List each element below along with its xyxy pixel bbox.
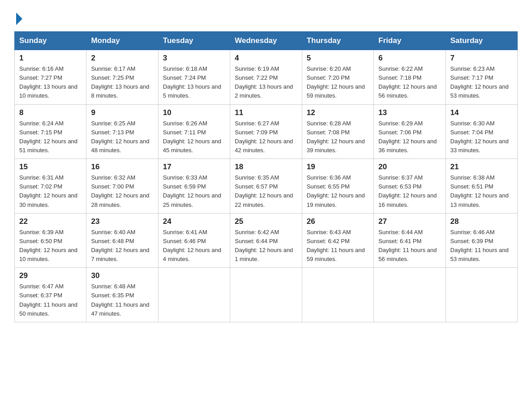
- day-info: Sunrise: 6:43 AMSunset: 6:42 PMDaylight:…: [307, 228, 369, 264]
- day-number: 19: [307, 163, 369, 171]
- day-info: Sunrise: 6:25 AMSunset: 7:13 PMDaylight:…: [91, 119, 153, 155]
- day-number: 16: [91, 163, 153, 171]
- day-number: 14: [450, 108, 513, 117]
- calendar-cell: 6Sunrise: 6:22 AMSunset: 7:18 PMDaylight…: [374, 50, 446, 105]
- day-info: Sunrise: 6:18 AMSunset: 7:24 PMDaylight:…: [163, 64, 225, 101]
- day-info: Sunrise: 6:24 AMSunset: 7:15 PMDaylight:…: [19, 119, 82, 155]
- day-info: Sunrise: 6:32 AMSunset: 7:00 PMDaylight:…: [91, 173, 153, 210]
- calendar-cell: 26Sunrise: 6:43 AMSunset: 6:42 PMDayligh…: [302, 213, 373, 268]
- calendar-cell: 30Sunrise: 6:48 AMSunset: 6:35 PMDayligh…: [86, 268, 158, 322]
- day-number: 29: [19, 271, 82, 280]
- col-header-friday: Friday: [374, 32, 446, 50]
- calendar-week-row: 8Sunrise: 6:24 AMSunset: 7:15 PMDaylight…: [15, 104, 518, 159]
- calendar-cell: 4Sunrise: 6:19 AMSunset: 7:22 PMDaylight…: [230, 50, 302, 105]
- day-info: Sunrise: 6:16 AMSunset: 7:27 PMDaylight:…: [19, 64, 82, 101]
- day-info: Sunrise: 6:33 AMSunset: 6:59 PMDaylight:…: [163, 173, 225, 210]
- col-header-sunday: Sunday: [15, 32, 86, 50]
- calendar-cell: 29Sunrise: 6:47 AMSunset: 6:37 PMDayligh…: [15, 268, 86, 322]
- day-number: 10: [163, 108, 225, 117]
- day-number: 20: [378, 163, 441, 171]
- calendar-cell: 5Sunrise: 6:20 AMSunset: 7:20 PMDaylight…: [302, 50, 373, 105]
- day-info: Sunrise: 6:37 AMSunset: 6:53 PMDaylight:…: [378, 173, 441, 210]
- day-info: Sunrise: 6:42 AMSunset: 6:44 PMDaylight:…: [235, 228, 297, 264]
- page-header: [14, 11, 518, 23]
- day-info: Sunrise: 6:38 AMSunset: 6:51 PMDaylight:…: [450, 173, 513, 210]
- day-number: 6: [378, 54, 441, 63]
- calendar-cell: 17Sunrise: 6:33 AMSunset: 6:59 PMDayligh…: [158, 159, 230, 214]
- day-number: 23: [91, 217, 153, 226]
- col-header-wednesday: Wednesday: [230, 32, 302, 50]
- day-info: Sunrise: 6:22 AMSunset: 7:18 PMDaylight:…: [378, 64, 441, 101]
- day-number: 18: [235, 163, 297, 171]
- day-number: 26: [307, 217, 369, 226]
- col-header-thursday: Thursday: [302, 32, 373, 50]
- col-header-tuesday: Tuesday: [158, 32, 230, 50]
- calendar-cell: 15Sunrise: 6:31 AMSunset: 7:02 PMDayligh…: [15, 159, 86, 214]
- day-info: Sunrise: 6:20 AMSunset: 7:20 PMDaylight:…: [307, 64, 369, 101]
- day-info: Sunrise: 6:17 AMSunset: 7:25 PMDaylight:…: [91, 64, 153, 101]
- day-info: Sunrise: 6:39 AMSunset: 6:50 PMDaylight:…: [19, 228, 82, 264]
- day-number: 22: [19, 217, 82, 226]
- day-number: 1: [19, 54, 82, 63]
- calendar-cell: 24Sunrise: 6:41 AMSunset: 6:46 PMDayligh…: [158, 213, 230, 268]
- day-number: 2: [91, 54, 153, 63]
- calendar-week-row: 15Sunrise: 6:31 AMSunset: 7:02 PMDayligh…: [15, 159, 518, 214]
- day-number: 24: [163, 217, 225, 226]
- day-number: 21: [450, 163, 513, 171]
- day-info: Sunrise: 6:40 AMSunset: 6:48 PMDaylight:…: [91, 228, 153, 264]
- day-number: 12: [307, 108, 369, 117]
- day-number: 3: [163, 54, 225, 63]
- calendar-cell: 11Sunrise: 6:27 AMSunset: 7:09 PMDayligh…: [230, 104, 302, 159]
- calendar-cell: [446, 268, 517, 322]
- day-info: Sunrise: 6:44 AMSunset: 6:41 PMDaylight:…: [378, 228, 441, 264]
- calendar-cell: 2Sunrise: 6:17 AMSunset: 7:25 PMDaylight…: [86, 50, 158, 105]
- day-info: Sunrise: 6:46 AMSunset: 6:39 PMDaylight:…: [450, 228, 513, 264]
- logo-triangle-icon: [16, 13, 22, 25]
- day-number: 4: [235, 54, 297, 63]
- col-header-monday: Monday: [86, 32, 158, 50]
- calendar-cell: [374, 268, 446, 322]
- day-number: 15: [19, 163, 82, 171]
- day-info: Sunrise: 6:31 AMSunset: 7:02 PMDaylight:…: [19, 173, 82, 210]
- calendar-cell: 12Sunrise: 6:28 AMSunset: 7:08 PMDayligh…: [302, 104, 373, 159]
- day-number: 25: [235, 217, 297, 226]
- calendar-cell: 8Sunrise: 6:24 AMSunset: 7:15 PMDaylight…: [15, 104, 86, 159]
- day-number: 30: [91, 271, 153, 280]
- calendar-cell: [158, 268, 230, 322]
- day-number: 11: [235, 108, 297, 117]
- calendar-cell: 7Sunrise: 6:23 AMSunset: 7:17 PMDaylight…: [446, 50, 517, 105]
- day-number: 27: [378, 217, 441, 226]
- day-info: Sunrise: 6:48 AMSunset: 6:35 PMDaylight:…: [91, 282, 153, 318]
- day-info: Sunrise: 6:47 AMSunset: 6:37 PMDaylight:…: [19, 282, 82, 318]
- day-info: Sunrise: 6:30 AMSunset: 7:04 PMDaylight:…: [450, 119, 513, 155]
- day-info: Sunrise: 6:26 AMSunset: 7:11 PMDaylight:…: [163, 119, 225, 155]
- calendar-header-row: SundayMondayTuesdayWednesdayThursdayFrid…: [15, 32, 518, 50]
- calendar-cell: 14Sunrise: 6:30 AMSunset: 7:04 PMDayligh…: [446, 104, 517, 159]
- day-number: 13: [378, 108, 441, 117]
- day-info: Sunrise: 6:29 AMSunset: 7:06 PMDaylight:…: [378, 119, 441, 155]
- calendar-week-row: 29Sunrise: 6:47 AMSunset: 6:37 PMDayligh…: [15, 268, 518, 322]
- calendar-cell: 13Sunrise: 6:29 AMSunset: 7:06 PMDayligh…: [374, 104, 446, 159]
- day-number: 5: [307, 54, 369, 63]
- calendar-cell: 18Sunrise: 6:35 AMSunset: 6:57 PMDayligh…: [230, 159, 302, 214]
- calendar-table: SundayMondayTuesdayWednesdayThursdayFrid…: [14, 31, 518, 322]
- calendar-cell: 19Sunrise: 6:36 AMSunset: 6:55 PMDayligh…: [302, 159, 373, 214]
- day-info: Sunrise: 6:19 AMSunset: 7:22 PMDaylight:…: [235, 64, 297, 101]
- calendar-cell: 21Sunrise: 6:38 AMSunset: 6:51 PMDayligh…: [446, 159, 517, 214]
- calendar-cell: 10Sunrise: 6:26 AMSunset: 7:11 PMDayligh…: [158, 104, 230, 159]
- day-number: 17: [163, 163, 225, 171]
- day-info: Sunrise: 6:36 AMSunset: 6:55 PMDaylight:…: [307, 173, 369, 210]
- day-number: 28: [450, 217, 513, 226]
- calendar-cell: 28Sunrise: 6:46 AMSunset: 6:39 PMDayligh…: [446, 213, 517, 268]
- calendar-cell: 3Sunrise: 6:18 AMSunset: 7:24 PMDaylight…: [158, 50, 230, 105]
- day-number: 9: [91, 108, 153, 117]
- day-info: Sunrise: 6:28 AMSunset: 7:08 PMDaylight:…: [307, 119, 369, 155]
- day-number: 7: [450, 54, 513, 63]
- col-header-saturday: Saturday: [446, 32, 517, 50]
- day-info: Sunrise: 6:23 AMSunset: 7:17 PMDaylight:…: [450, 64, 513, 101]
- calendar-cell: 22Sunrise: 6:39 AMSunset: 6:50 PMDayligh…: [15, 213, 86, 268]
- calendar-cell: 9Sunrise: 6:25 AMSunset: 7:13 PMDaylight…: [86, 104, 158, 159]
- calendar-cell: 27Sunrise: 6:44 AMSunset: 6:41 PMDayligh…: [374, 213, 446, 268]
- calendar-week-row: 22Sunrise: 6:39 AMSunset: 6:50 PMDayligh…: [15, 213, 518, 268]
- calendar-week-row: 1Sunrise: 6:16 AMSunset: 7:27 PMDaylight…: [15, 50, 518, 105]
